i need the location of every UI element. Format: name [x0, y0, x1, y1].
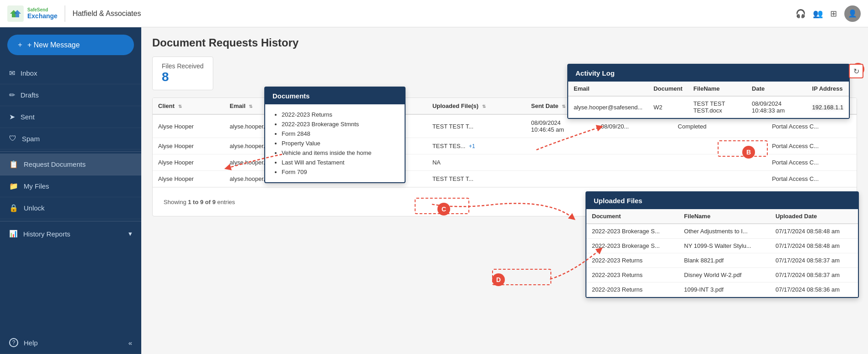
documents-popup: Documents 2022-2023 Returns 2022-2023 Br… [264, 87, 406, 183]
spam-icon: 🛡 [9, 134, 16, 143]
cell-activity-log [596, 138, 673, 154]
sidebar-item-inbox[interactable]: ✉ Inbox [0, 62, 141, 84]
cell-document: 2022-2023 Brokerage S... [586, 224, 678, 239]
content-area: Document Requests History Files Received… [141, 27, 868, 354]
documents-popup-list: 2022-2023 Returns 2022-2023 Brokerage St… [265, 104, 405, 182]
cell-document: W2 [648, 96, 688, 118]
cell-filename: TEST TEST TEST.docx [688, 96, 746, 118]
cell-document: 2022-2023 Returns [586, 268, 678, 282]
cell-date: 07/17/2024 08:58:37 am [770, 268, 858, 282]
files-received-box: Files Received 8 [152, 56, 213, 90]
unlock-icon: 🔒 [9, 204, 18, 212]
cell-date: 08/09/2024 10:48:33 am [746, 96, 806, 118]
table-row: alyse.hooper@safesend... W2 TEST TEST TE… [568, 96, 849, 118]
list-item: Property Value [282, 139, 397, 148]
grid-icon-button[interactable]: ⊞ [830, 9, 837, 19]
documents-popup-header: Documents [265, 87, 405, 104]
list-item: 2022-2023 Returns [282, 110, 397, 119]
plus-icon: ＋ [16, 40, 24, 50]
sort-icon: ⇅ [249, 104, 252, 109]
col-client[interactable]: Client ⇅ [153, 98, 224, 114]
sort-icon: ⇅ [178, 104, 182, 109]
sidebar-item-label: Request Documents [24, 160, 86, 168]
sidebar-item-label: Help [24, 339, 38, 347]
sent-icon: ➤ [9, 113, 15, 121]
list-item: 2022-2023 Brokerage Stmnts [282, 119, 397, 129]
cell-document: 2022-2023 Returns [586, 282, 678, 297]
help-icon: ? [9, 338, 18, 347]
chevron-down-icon: ▾ [128, 230, 132, 238]
cell-transfer: Portal Access C... [766, 138, 857, 154]
cell-client: Alyse Hooper [153, 154, 224, 171]
header-icons: 🎧 👥 ⊞ 👤 [796, 5, 861, 22]
sidebar-item-request-documents[interactable]: 📋 Request Documents [0, 154, 141, 175]
table-row: 2022-2023 Returns Disney World W-2.pdf 0… [586, 268, 858, 282]
sidebar-item-unlock[interactable]: 🔒 Unlock [0, 197, 141, 219]
inbox-icon: ✉ [9, 69, 15, 77]
sidebar-item-label: Unlock [24, 204, 45, 212]
table-row: 2022-2023 Returns Blank 8821.pdf 07/17/2… [586, 253, 858, 268]
logo-text: SafeSend Exchange [27, 7, 57, 20]
col-uploaded-files[interactable]: Uploaded File(s) ⇅ [427, 98, 526, 114]
cell-sent-date [526, 138, 596, 154]
list-item: Vehicle and items inside the home [282, 148, 397, 158]
double-chevron-icon: « [128, 339, 132, 347]
col-filename: FileName [688, 82, 746, 96]
cell-activity-log [596, 171, 673, 187]
cell-sent-date [526, 171, 596, 187]
cell-email: alyse.hooper@safesend... [568, 96, 648, 118]
table-row: 2022-2023 Brokerage S... NY 1099-S Walte… [586, 239, 858, 253]
files-received-count: 8 [162, 70, 204, 84]
my-files-icon: 📁 [9, 182, 18, 190]
sidebar-divider-2 [0, 221, 141, 221]
header-company: Hatfield & Associates [72, 10, 141, 18]
users-icon-button[interactable]: 👥 [813, 9, 823, 19]
cell-client: Alyse Hooper [153, 138, 224, 154]
showing-entries-text: Showing 1 to 9 of 9 entries [158, 194, 241, 210]
cell-ip: 192.168.1.1 [806, 96, 849, 118]
cell-document: 2022-2023 Brokerage S... [586, 239, 678, 253]
sidebar-item-sent[interactable]: ➤ Sent [0, 106, 141, 128]
sidebar-item-label: Sent [21, 113, 35, 121]
cell-client: Alyse Hooper [153, 171, 224, 187]
cell-sent-date [526, 154, 596, 171]
col-ip: IP Address [806, 82, 849, 96]
sidebar-item-history-reports[interactable]: 📊 History Reports ▾ [0, 223, 141, 244]
cell-document: 2022-2023 Returns [586, 253, 678, 268]
header-divider [65, 5, 65, 22]
avatar[interactable]: 👤 [844, 5, 861, 22]
annotation-d: D [492, 273, 505, 286]
cell-filename: 1099-INT 3.pdf [678, 282, 770, 297]
list-item: Form 709 [282, 167, 397, 177]
logo-area: SafeSend Exchange [7, 5, 57, 22]
sidebar: ＋ + New Message ✉ Inbox ✏ Drafts ➤ Sent … [0, 27, 141, 354]
sidebar-item-spam[interactable]: 🛡 Spam [0, 128, 141, 149]
activity-log-table: Email Document FileName Date IP Address … [568, 82, 849, 118]
drafts-icon: ✏ [9, 91, 15, 99]
list-item: Last Will and Testament [282, 158, 397, 167]
files-received-label: Files Received [162, 62, 204, 70]
request-docs-icon: 📋 [9, 160, 18, 169]
sidebar-divider [0, 151, 141, 152]
cell-date: 07/17/2024 08:58:48 am [770, 224, 858, 239]
sidebar-item-my-files[interactable]: 📁 My Files [0, 175, 141, 197]
new-message-button[interactable]: ＋ + New Message [7, 35, 134, 55]
cell-uploaded: NA [427, 154, 526, 171]
cell-date: 07/17/2024 08:58:48 am [770, 239, 858, 253]
sidebar-item-label: Spam [22, 135, 40, 143]
headset-icon-button[interactable]: 🎧 [796, 9, 806, 19]
sidebar-item-help[interactable]: ? Help « [0, 332, 141, 354]
header: SafeSend Exchange Hatfield & Associates … [0, 0, 868, 27]
cell-uploaded: TEST TEST T... [427, 171, 526, 187]
sort-icon: ⇅ [562, 104, 565, 109]
refresh-button[interactable]: ↻ [849, 64, 863, 78]
sidebar-item-label: My Files [24, 182, 49, 190]
cell-transfer: Portal Access C... [766, 171, 857, 187]
sidebar-item-drafts[interactable]: ✏ Drafts [0, 84, 141, 106]
activity-log-popup: Activity Log Email Document FileName Dat… [567, 64, 850, 119]
cell-date: 07/17/2024 08:58:37 am [770, 253, 858, 268]
col-filename: FileName [678, 209, 770, 224]
col-document: Document [586, 209, 678, 224]
cell-date: 07/17/2024 08:58:36 am [770, 282, 858, 297]
new-message-label: + New Message [27, 41, 80, 49]
